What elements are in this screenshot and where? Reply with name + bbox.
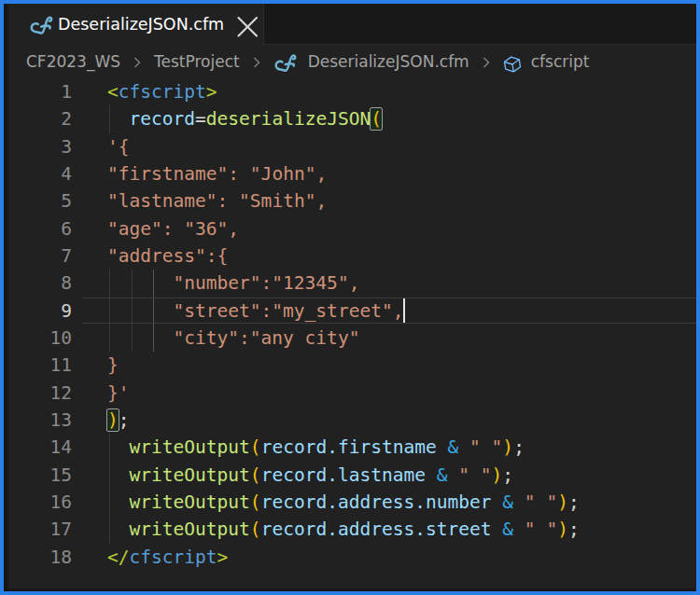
- code-editor[interactable]: 1<cfscript>2record=deserializeJSON(3'{4"…: [4, 78, 696, 591]
- line-number[interactable]: 13: [4, 407, 72, 434]
- code-line-11[interactable]: 11}: [4, 352, 696, 379]
- code-line-2[interactable]: 2record=deserializeJSON(: [4, 105, 696, 132]
- code-line-3[interactable]: 3'{: [4, 133, 696, 160]
- code-line-17[interactable]: 17writeOutput(record.address.street & " …: [4, 516, 696, 543]
- token-op: ;: [568, 491, 580, 513]
- coldfusion-icon: [29, 14, 55, 40]
- chevron-right-icon: [479, 55, 494, 70]
- code-line-18[interactable]: 18</cfscript>: [4, 544, 696, 571]
- token-str: "firstname": "John",: [107, 163, 327, 185]
- code-line-1[interactable]: 1<cfscript>: [4, 78, 696, 105]
- token-plain: [492, 491, 503, 513]
- line-number[interactable]: 9: [4, 298, 72, 325]
- breadcrumb-item-project[interactable]: TestProject: [154, 52, 240, 71]
- line-number[interactable]: 6: [4, 215, 72, 242]
- token-fn: writeOutput: [130, 436, 250, 458]
- token-str: " ": [525, 519, 557, 540]
- token-paren: ): [492, 464, 503, 486]
- code-line-14[interactable]: 14writeOutput(record.firstname & " ");: [4, 434, 696, 461]
- code-line-12[interactable]: 12}': [4, 380, 696, 407]
- token-fn: writeOutput: [130, 491, 250, 513]
- token-plain: [437, 436, 448, 458]
- line-number[interactable]: 11: [4, 352, 72, 379]
- token-plain: [513, 491, 525, 513]
- indent-guide: [109, 516, 110, 543]
- line-number[interactable]: 15: [4, 462, 72, 489]
- token-var: record.lastname: [261, 464, 426, 486]
- token-str: " ": [458, 464, 491, 486]
- token-str: }': [107, 382, 130, 404]
- token-plain: [426, 464, 437, 486]
- code-text: '{: [107, 133, 130, 160]
- tab-bar: DeserializeJSON.cfm: [4, 4, 696, 45]
- code-text: </cfscript>: [107, 544, 228, 571]
- token-fn: writeOutput: [130, 519, 250, 540]
- indent-guide: [109, 270, 110, 297]
- chevron-right-icon: [130, 55, 145, 70]
- tab-title: DeserializeJSON.cfm: [58, 4, 224, 45]
- line-number[interactable]: 14: [4, 434, 72, 461]
- code-line-13[interactable]: 13);: [4, 407, 696, 434]
- token-tagp: >: [217, 547, 229, 568]
- token-op: ;: [502, 464, 513, 486]
- token-op: =: [195, 108, 206, 130]
- code-line-10[interactable]: 10"city":"any city": [4, 325, 696, 352]
- code-text: "firstname": "John",: [107, 160, 327, 187]
- current-line-highlight: [82, 298, 696, 324]
- line-number[interactable]: 2: [4, 105, 72, 132]
- token-str: " ": [525, 491, 557, 513]
- indent-guide: [109, 489, 110, 516]
- token-paren: ): [107, 409, 119, 431]
- code-text: writeOutput(record.address.number & " ")…: [130, 489, 580, 516]
- code-text: );: [107, 407, 130, 434]
- chevron-right-icon: [249, 55, 264, 70]
- code-line-6[interactable]: 6"age": "36",: [4, 215, 696, 242]
- code-line-5[interactable]: 5"lastname": "Smith",: [4, 187, 696, 214]
- indent-guide: [109, 325, 110, 352]
- code-line-16[interactable]: 16writeOutput(record.address.number & " …: [4, 489, 696, 516]
- breadcrumb-item-file[interactable]: DeserializeJSON.cfm: [308, 52, 469, 71]
- line-number[interactable]: 17: [4, 516, 72, 543]
- token-var: record: [130, 108, 196, 130]
- breadcrumb-item-workspace[interactable]: CF2023_WS: [26, 52, 120, 71]
- token-paren: (: [250, 436, 261, 458]
- token-var: record.address.street: [261, 519, 492, 540]
- symbol-structure-icon: [501, 54, 523, 76]
- line-number[interactable]: 4: [4, 160, 72, 187]
- tab-close-button[interactable]: [236, 15, 259, 37]
- token-str: " ": [469, 436, 502, 458]
- token-paren: (: [250, 519, 261, 540]
- line-number[interactable]: 7: [4, 242, 72, 270]
- token-var: record.address.number: [261, 491, 492, 513]
- token-str: "number":"12345",: [174, 272, 360, 294]
- tab-deserializejson[interactable]: DeserializeJSON.cfm: [4, 4, 264, 45]
- breadcrumb-item-symbol[interactable]: cfscript: [531, 52, 590, 71]
- token-str: "lastname": "Smith",: [107, 190, 327, 212]
- token-str: }: [107, 354, 119, 376]
- line-number[interactable]: 10: [4, 325, 72, 352]
- line-number[interactable]: 5: [4, 187, 72, 214]
- indent-guide: [153, 270, 154, 297]
- code-text: "number":"12345",: [174, 270, 360, 297]
- line-number[interactable]: 1: [4, 78, 72, 105]
- line-number[interactable]: 18: [4, 544, 72, 571]
- token-plain: [448, 464, 459, 486]
- line-number[interactable]: 8: [4, 270, 72, 297]
- token-paren: ): [557, 491, 568, 513]
- code-line-15[interactable]: 15writeOutput(record.lastname & " ");: [4, 462, 696, 489]
- token-amp: &: [502, 519, 513, 540]
- code-line-4[interactable]: 4"firstname": "John",: [4, 160, 696, 187]
- indent-guide: [132, 270, 133, 297]
- line-number[interactable]: 3: [4, 133, 72, 160]
- code-line-8[interactable]: 8"number":"12345",: [4, 270, 696, 297]
- indent-guide: [109, 462, 110, 489]
- line-number[interactable]: 16: [4, 489, 72, 516]
- token-op: ;: [119, 409, 130, 431]
- code-text: "age": "36",: [107, 215, 239, 242]
- code-line-7[interactable]: 7"address":{: [4, 242, 696, 270]
- token-paren: (: [371, 108, 382, 130]
- token-amp: &: [502, 491, 513, 513]
- token-tag: cfscript: [130, 547, 217, 568]
- line-number[interactable]: 12: [4, 380, 72, 407]
- token-op: ;: [568, 519, 580, 540]
